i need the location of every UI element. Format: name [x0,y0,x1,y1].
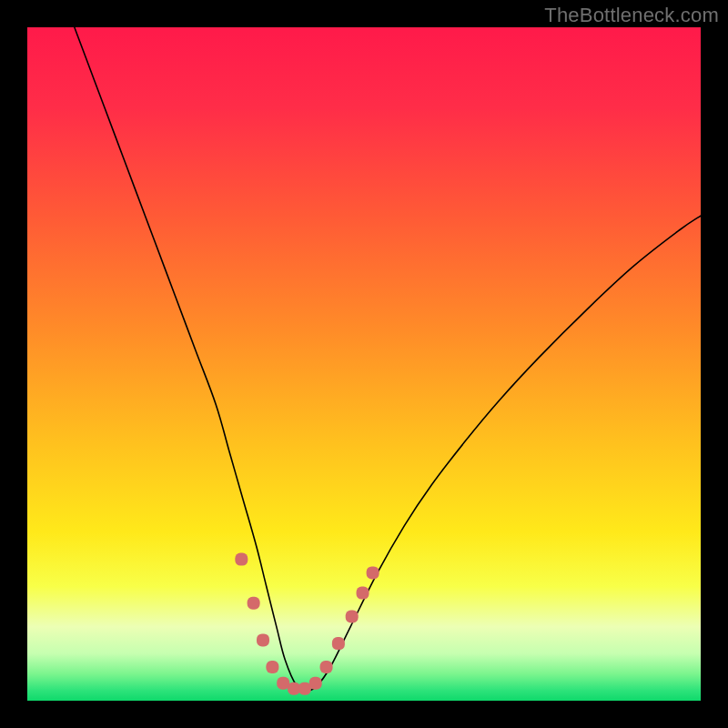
chart-frame: TheBottleneck.com [0,0,728,728]
svg-rect-0 [235,553,248,566]
plot-area [27,27,701,701]
svg-rect-9 [332,637,345,650]
svg-rect-7 [309,677,322,690]
svg-rect-11 [357,587,369,600]
svg-rect-2 [257,633,269,646]
watermark-text: TheBottleneck.com [544,4,719,27]
svg-rect-10 [346,611,359,623]
svg-rect-3 [266,661,278,673]
svg-rect-8 [320,661,333,673]
chart-svg [27,27,701,701]
svg-rect-1 [248,597,260,610]
svg-rect-12 [367,566,379,579]
